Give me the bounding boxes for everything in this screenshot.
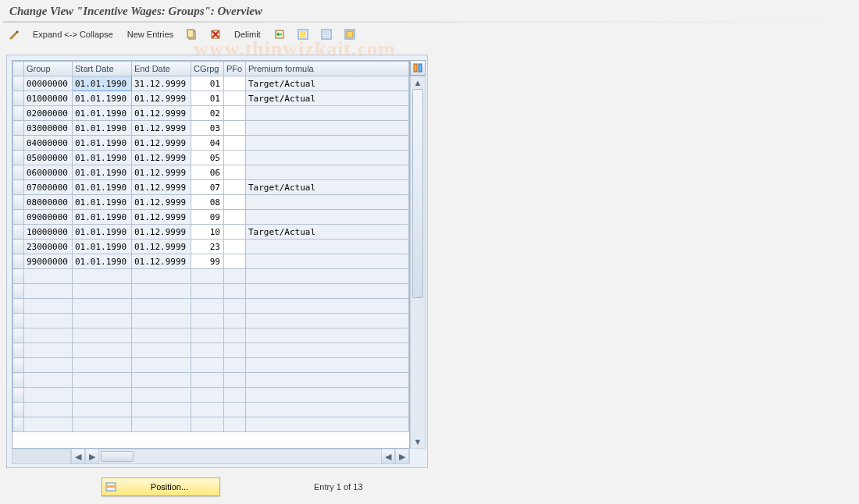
cell-end-date[interactable]: 01.12.9999 <box>132 151 191 165</box>
cell-pfo[interactable] <box>224 269 246 284</box>
cell-pfo[interactable] <box>224 299 246 314</box>
row-selector[interactable] <box>13 180 24 195</box>
cell-pfo[interactable] <box>224 195 246 210</box>
cell-start-date[interactable] <box>73 373 132 388</box>
cell-premium[interactable] <box>246 195 409 210</box>
cell-cgrpg[interactable] <box>191 284 224 299</box>
cell-cgrpg[interactable] <box>191 343 224 358</box>
cell-group[interactable] <box>24 403 73 417</box>
cell-cgrpg[interactable]: 05 <box>191 151 224 165</box>
cell-group[interactable]: 04000000 <box>24 136 73 151</box>
cell-group[interactable] <box>24 358 73 373</box>
cell-pfo[interactable] <box>224 254 246 269</box>
cell-cgrpg[interactable] <box>191 403 224 417</box>
cell-premium[interactable] <box>246 165 409 180</box>
row-selector[interactable] <box>13 225 24 240</box>
cell-end-date[interactable]: 01.12.9999 <box>132 180 191 195</box>
cell-premium[interactable]: Target/Actual <box>246 225 409 240</box>
cell-end-date[interactable] <box>132 343 191 358</box>
cell-cgrpg[interactable]: 10 <box>191 225 224 240</box>
cell-start-date[interactable] <box>73 299 132 314</box>
row-selector[interactable] <box>13 136 24 151</box>
cell-pfo[interactable] <box>224 417 246 432</box>
delimit-button[interactable]: Delimit <box>231 28 264 41</box>
cell-group[interactable] <box>24 314 73 328</box>
cell-group[interactable]: 01000000 <box>24 91 73 106</box>
cell-end-date[interactable] <box>132 388 191 403</box>
cell-start-date[interactable]: 01.01.1990 <box>73 151 132 165</box>
cell-group[interactable] <box>24 269 73 284</box>
cell-premium[interactable] <box>246 358 409 373</box>
cell-group[interactable]: 06000000 <box>24 165 73 180</box>
cell-end-date[interactable]: 31.12.9999 <box>132 76 191 91</box>
new-entries-button[interactable]: New Entries <box>124 28 176 41</box>
hscroll-thumb[interactable] <box>101 451 134 462</box>
row-selector[interactable] <box>13 121 24 136</box>
cell-pfo[interactable] <box>224 343 246 358</box>
cell-premium[interactable] <box>246 136 409 151</box>
cell-cgrpg[interactable] <box>191 314 224 328</box>
cell-cgrpg[interactable]: 23 <box>191 240 224 254</box>
cell-cgrpg[interactable]: 02 <box>191 106 224 121</box>
cell-start-date[interactable]: 01.01.1990 <box>73 121 132 136</box>
cell-end-date[interactable] <box>132 358 191 373</box>
cell-pfo[interactable] <box>224 284 246 299</box>
cell-pfo[interactable] <box>224 240 246 254</box>
cell-end-date[interactable] <box>132 314 191 328</box>
row-selector[interactable] <box>13 417 24 432</box>
cell-pfo[interactable] <box>224 210 246 225</box>
cell-end-date[interactable] <box>132 417 191 432</box>
row-selector[interactable] <box>13 165 24 180</box>
cell-cgrpg[interactable]: 08 <box>191 195 224 210</box>
vertical-scrollbar[interactable]: ▲ ▼ <box>410 76 426 449</box>
cell-pfo[interactable] <box>224 314 246 328</box>
cell-end-date[interactable] <box>132 328 191 343</box>
cell-cgrpg[interactable]: 01 <box>191 76 224 91</box>
cell-premium[interactable] <box>246 151 409 165</box>
cell-cgrpg[interactable]: 01 <box>191 91 224 106</box>
cell-cgrpg[interactable] <box>191 358 224 373</box>
cell-start-date[interactable]: 01.01.1990 <box>73 165 132 180</box>
cell-end-date[interactable]: 01.12.9999 <box>132 106 191 121</box>
col-end-date[interactable]: End Date <box>132 62 191 76</box>
scroll-up-icon[interactable]: ▲ <box>411 76 425 89</box>
cell-start-date[interactable]: 01.01.1990 <box>73 254 132 269</box>
row-selector[interactable] <box>13 254 24 269</box>
col-premium-formula[interactable]: Premium formula <box>246 62 409 76</box>
cell-end-date[interactable]: 01.12.9999 <box>132 254 191 269</box>
cell-premium[interactable] <box>246 373 409 388</box>
cell-start-date[interactable]: 01.01.1990 <box>73 240 132 254</box>
cell-pfo[interactable] <box>224 91 246 106</box>
cell-premium[interactable] <box>246 328 409 343</box>
scroll-left-icon[interactable]: ◀ <box>71 449 85 463</box>
cell-end-date[interactable]: 01.12.9999 <box>132 91 191 106</box>
cell-pfo[interactable] <box>224 180 246 195</box>
row-selector[interactable] <box>13 151 24 165</box>
cell-start-date[interactable] <box>73 269 132 284</box>
cell-premium[interactable]: Target/Actual <box>246 91 409 106</box>
row-selector[interactable] <box>13 314 24 328</box>
row-selector[interactable] <box>13 269 24 284</box>
cell-start-date[interactable]: 01.01.1990 <box>73 210 132 225</box>
cell-end-date[interactable]: 01.12.9999 <box>132 225 191 240</box>
cell-premium[interactable] <box>246 314 409 328</box>
cell-cgrpg[interactable]: 03 <box>191 121 224 136</box>
hscroll-track[interactable] <box>99 449 381 463</box>
cell-pfo[interactable] <box>224 388 246 403</box>
cell-pfo[interactable] <box>224 225 246 240</box>
cell-premium[interactable] <box>246 417 409 432</box>
cell-premium[interactable] <box>246 121 409 136</box>
cell-premium[interactable] <box>246 403 409 417</box>
cell-cgrpg[interactable] <box>191 388 224 403</box>
vscroll-thumb[interactable] <box>412 89 423 298</box>
cell-premium[interactable]: Target/Actual <box>246 180 409 195</box>
cell-end-date[interactable] <box>132 403 191 417</box>
cell-cgrpg[interactable]: 06 <box>191 165 224 180</box>
cell-pfo[interactable] <box>224 136 246 151</box>
cell-end-date[interactable] <box>132 284 191 299</box>
scroll-left-end-icon[interactable]: ◀ <box>381 449 395 463</box>
cell-start-date[interactable] <box>73 388 132 403</box>
cell-start-date[interactable] <box>73 314 132 328</box>
cell-pfo[interactable] <box>224 121 246 136</box>
cell-group[interactable]: 05000000 <box>24 151 73 165</box>
